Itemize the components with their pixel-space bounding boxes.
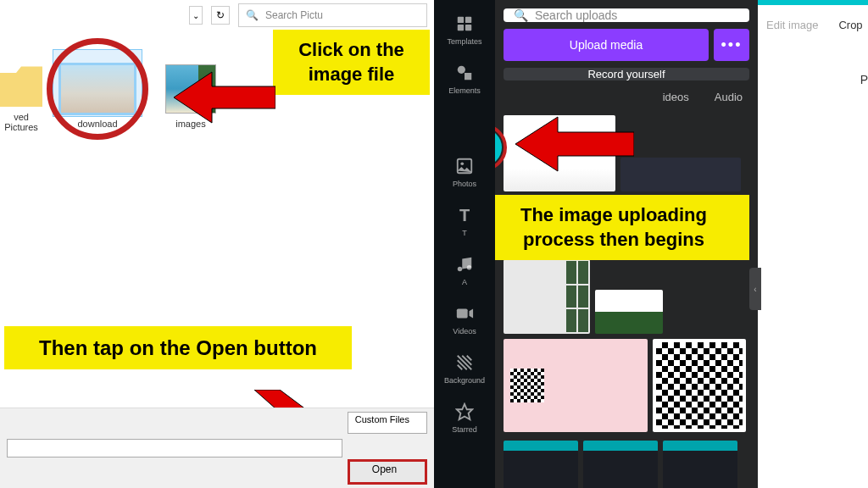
- canva-panel: Templates Elements Photos T T A Videos B…: [434, 0, 868, 488]
- sidebar-label: Starred: [452, 425, 477, 434]
- qr-icon: [510, 369, 544, 402]
- sidebar-item-photos[interactable]: Photos: [434, 149, 495, 195]
- upload-thumbnail[interactable]: [504, 339, 648, 432]
- canva-canvas-area: Edit image Crop ‹ P: [758, 0, 868, 488]
- image-thumbnail: [60, 64, 135, 114]
- upload-thumbnail[interactable]: [620, 158, 741, 191]
- filetype-dropdown[interactable]: Custom Files: [348, 412, 427, 434]
- svg-point-6: [458, 66, 465, 74]
- sidebar-item-background[interactable]: Background: [434, 346, 495, 391]
- canva-sidebar: Templates Elements Photos T T A Videos B…: [434, 0, 495, 488]
- sidebar-label: Background: [444, 376, 485, 385]
- upload-tabs: ideos Audio: [504, 87, 749, 107]
- search-placeholder: Search uploads: [535, 8, 617, 22]
- upload-cloud-button[interactable]: [495, 129, 502, 166]
- callout-click-file: Click on the image file: [273, 30, 430, 95]
- callout-uploading: The image uploading process then begins: [495, 195, 749, 260]
- svg-marker-14: [457, 404, 472, 419]
- file-explorer-panel: ⌄ ↻ 🔍 Search Pictu ved Pictures download…: [0, 0, 434, 488]
- upload-media-button[interactable]: Upload media: [504, 29, 709, 61]
- file-item-download[interactable]: download: [59, 64, 136, 129]
- tab-videos[interactable]: ideos: [663, 91, 689, 103]
- text-icon: T: [454, 205, 475, 225]
- templates-icon: [454, 14, 475, 34]
- svg-point-10: [458, 267, 463, 272]
- file-item-images[interactable]: images: [153, 64, 229, 129]
- collapse-panel-button[interactable]: ‹: [749, 268, 761, 310]
- search-placeholder: Search Pictu: [265, 9, 323, 21]
- svg-rect-5: [465, 25, 471, 30]
- sidebar-label: T: [462, 229, 467, 237]
- sidebar-label: Videos: [453, 327, 476, 336]
- folder-icon: [0, 64, 42, 107]
- svg-rect-4: [458, 25, 464, 30]
- svg-rect-12: [457, 309, 468, 319]
- file-label: images: [175, 119, 205, 129]
- sidebar-item-audio[interactable]: A: [434, 247, 495, 293]
- filename-input[interactable]: [7, 439, 342, 458]
- file-label: ved Pictures: [0, 112, 42, 132]
- videos-icon: [454, 303, 475, 324]
- sidebar-label: A: [462, 278, 467, 286]
- sidebar-item-uploads[interactable]: [434, 105, 495, 146]
- upload-thumbnail[interactable]: [653, 339, 746, 432]
- qr-icon: [656, 342, 743, 429]
- upload-thumbnail[interactable]: [504, 115, 615, 191]
- open-button[interactable]: Open: [348, 459, 427, 485]
- tab-audio[interactable]: Audio: [715, 91, 743, 103]
- canva-uploads-panel: 🔍 Search uploads Upload media ••• Record…: [495, 0, 758, 488]
- sidebar-label: Photos: [453, 180, 476, 188]
- callout-tap-open: Then tap on the Open button: [4, 326, 352, 369]
- uploads-search[interactable]: 🔍 Search uploads: [504, 8, 749, 22]
- sidebar-item-text[interactable]: T T: [434, 198, 495, 244]
- upload-thumbnails: [504, 114, 749, 488]
- svg-point-11: [467, 265, 472, 270]
- file-label: download: [77, 119, 117, 129]
- elements-icon: [454, 63, 475, 83]
- upload-thumbnail[interactable]: [583, 441, 658, 488]
- upload-more-button[interactable]: •••: [714, 29, 749, 61]
- search-icon: 🔍: [246, 9, 259, 21]
- upload-thumbnail[interactable]: [504, 259, 590, 334]
- sidebar-item-templates[interactable]: Templates: [434, 7, 495, 53]
- svg-rect-7: [465, 73, 471, 80]
- search-icon: 🔍: [514, 8, 528, 22]
- star-icon: [454, 402, 475, 422]
- search-input[interactable]: 🔍 Search Pictu: [238, 3, 427, 27]
- partial-text: P: [860, 73, 868, 86]
- edit-image-button[interactable]: Edit image: [766, 19, 818, 31]
- svg-marker-13: [470, 309, 474, 319]
- explorer-bottom-bar: Custom Files Open: [0, 408, 434, 488]
- photos-icon: [454, 156, 475, 176]
- refresh-button[interactable]: ↻: [211, 6, 230, 25]
- svg-point-9: [460, 162, 464, 165]
- upload-thumbnail[interactable]: [504, 441, 578, 488]
- explorer-toolbar: ⌄ ↻ 🔍 Search Pictu: [0, 0, 434, 30]
- image-thumbnail: [165, 64, 216, 114]
- sidebar-label: Templates: [447, 37, 481, 46]
- folder-item[interactable]: ved Pictures: [0, 64, 42, 132]
- audio-icon: [454, 254, 475, 274]
- sidebar-item-starred[interactable]: Starred: [434, 395, 495, 441]
- canvas-toolbar: Edit image Crop: [766, 19, 863, 31]
- svg-rect-3: [465, 17, 471, 23]
- path-dropdown[interactable]: ⌄: [189, 6, 203, 25]
- crop-button[interactable]: Crop: [838, 19, 862, 31]
- upload-thumbnail[interactable]: [595, 290, 663, 334]
- upload-thumbnail[interactable]: [663, 441, 737, 488]
- sidebar-item-elements[interactable]: Elements: [434, 56, 495, 102]
- background-icon: [454, 352, 475, 373]
- sidebar-item-videos[interactable]: Videos: [434, 297, 495, 342]
- record-yourself-button[interactable]: Record yourself: [504, 68, 749, 80]
- svg-rect-2: [458, 17, 464, 23]
- sidebar-label: Elements: [448, 86, 481, 95]
